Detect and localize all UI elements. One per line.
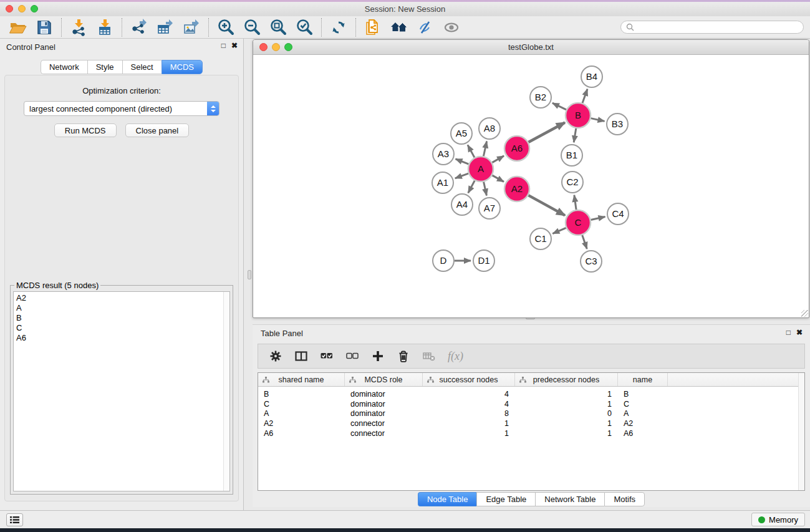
optimization-label: Optimization criterion: [5, 86, 238, 95]
close-network-button[interactable] [259, 43, 268, 51]
search-box[interactable] [620, 21, 804, 34]
tab-node-table[interactable]: Node Table [418, 492, 477, 506]
delete-table-button[interactable] [422, 349, 436, 363]
graph-edge[interactable] [528, 195, 565, 215]
mcds-result-item[interactable]: B [14, 313, 229, 323]
open-session-button[interactable] [7, 17, 29, 37]
table-scrollbar[interactable] [798, 373, 804, 490]
graph-edge[interactable] [574, 128, 576, 143]
select-all-button[interactable] [320, 349, 334, 363]
list-scrollbar[interactable] [223, 292, 229, 491]
window-resize-grip[interactable] [801, 310, 808, 317]
graph-edge[interactable] [582, 235, 587, 249]
table-row[interactable]: A6connector11A6 [258, 428, 804, 438]
mcds-result-list: A2ABCA6 [14, 292, 229, 343]
minimize-network-button[interactable] [272, 43, 280, 51]
column-header-successor-nodes[interactable]: successor nodes [423, 373, 515, 386]
mcds-result-item[interactable]: A6 [14, 333, 229, 343]
table-options-button[interactable] [269, 349, 282, 363]
graph-edge[interactable] [591, 118, 605, 122]
zoom-in-button[interactable] [215, 17, 236, 37]
run-mcds-button[interactable]: Run MCDS [54, 123, 117, 137]
tab-style[interactable]: Style [87, 60, 122, 74]
zoom-fit-button[interactable] [268, 17, 289, 37]
tab-network[interactable]: Network [41, 60, 87, 74]
tab-edge-table[interactable]: Edge Table [476, 492, 535, 506]
graph-edge[interactable] [455, 173, 468, 178]
graph-edge[interactable] [529, 122, 565, 142]
minimize-window-button[interactable] [18, 5, 26, 12]
refresh-button[interactable] [328, 17, 349, 37]
float-table-panel-icon[interactable]: □ [786, 328, 791, 337]
zoom-network-button[interactable] [284, 43, 292, 51]
show-columns-button[interactable] [294, 349, 308, 363]
table-cell: 4 [423, 400, 515, 409]
network-graph[interactable]: AA1A2A3A4A5A6A7A8BB1B2B3B4CC1C2C3C4DD1 [253, 55, 809, 317]
graph-edge[interactable] [468, 145, 475, 157]
deselect-all-button[interactable] [345, 349, 359, 363]
status-bar: Memory [0, 510, 810, 528]
graph-edge[interactable] [484, 182, 487, 196]
table-row[interactable]: Bdominator41B [258, 389, 804, 399]
search-input[interactable] [637, 22, 803, 32]
mcds-result-item[interactable]: C [14, 323, 229, 333]
dropdown-stepper-icon [207, 102, 219, 115]
export-table-button[interactable] [155, 17, 176, 37]
tab-network-table[interactable]: Network Table [535, 492, 604, 506]
table-row[interactable]: Adominator80A [258, 409, 804, 419]
graph-edge[interactable] [456, 159, 469, 164]
toolbar-separator [321, 18, 322, 37]
network-canvas[interactable]: AA1A2A3A4A5A6A7A8BB1B2B3B4CC1C2C3C4DD1 [253, 55, 809, 317]
column-header-shared-name[interactable]: shared name [258, 373, 345, 386]
zoom-selected-button[interactable] [294, 17, 315, 37]
graph-edge[interactable] [492, 175, 504, 181]
export-image-button[interactable] [181, 17, 202, 37]
clone-network-button[interactable] [362, 17, 383, 37]
graph-edge[interactable] [574, 195, 576, 210]
import-table-button[interactable] [94, 17, 115, 37]
delete-column-button[interactable] [397, 349, 410, 363]
graph-edge[interactable] [552, 103, 566, 110]
memory-button[interactable]: Memory [751, 513, 805, 526]
splitter-handle-vertical[interactable] [248, 270, 251, 279]
column-header-mcds-role[interactable]: MCDS role [345, 373, 423, 386]
float-panel-icon[interactable]: □ [221, 41, 226, 50]
mcds-result-item[interactable]: A2 [14, 293, 229, 303]
graph-edge[interactable] [483, 142, 486, 157]
export-network-button[interactable] [128, 17, 150, 37]
zoom-window-button[interactable] [31, 5, 38, 12]
close-window-button[interactable] [6, 5, 13, 12]
criterion-dropdown[interactable]: largest connected component (directed) [24, 101, 219, 116]
save-session-button[interactable] [34, 17, 55, 37]
close-table-panel-icon[interactable]: ✖ [796, 328, 803, 337]
table-row[interactable]: A2connector11A2 [258, 418, 804, 428]
graph-edge[interactable] [492, 156, 504, 163]
tab-mcds[interactable]: MCDS [162, 60, 203, 74]
hide-graphics-details-button[interactable] [415, 17, 436, 37]
close-panel-icon[interactable]: ✖ [231, 41, 238, 50]
close-panel-button[interactable]: Close panel [125, 123, 190, 137]
column-header-name[interactable]: name [618, 373, 668, 386]
task-history-button[interactable] [6, 513, 23, 526]
table-row[interactable]: Cdominator41C [258, 399, 804, 409]
graph-node-label: A6 [511, 143, 523, 153]
import-network-icon [69, 18, 88, 37]
add-column-button[interactable] [371, 349, 385, 363]
home-button[interactable] [388, 17, 410, 37]
memory-label: Memory [769, 515, 798, 525]
function-builder-button[interactable]: f(x) [448, 350, 463, 363]
mcds-result-item[interactable]: A [14, 303, 229, 313]
tab-motifs[interactable]: Motifs [604, 492, 645, 506]
tab-select[interactable]: Select [122, 60, 162, 74]
import-network-button[interactable] [68, 17, 89, 37]
graph-edge[interactable] [468, 181, 475, 193]
zoom-out-button[interactable] [241, 17, 263, 37]
graph-edge[interactable] [591, 217, 605, 220]
graph-edge[interactable] [552, 228, 566, 233]
show-hide-button[interactable] [441, 17, 462, 37]
zoom-out-icon [243, 18, 261, 37]
column-header-predecessor-nodes[interactable]: name predecessor nodes [515, 373, 618, 386]
graph-edge[interactable] [582, 89, 587, 103]
table-cell: B [258, 390, 345, 399]
table-cell: 1 [515, 419, 618, 428]
